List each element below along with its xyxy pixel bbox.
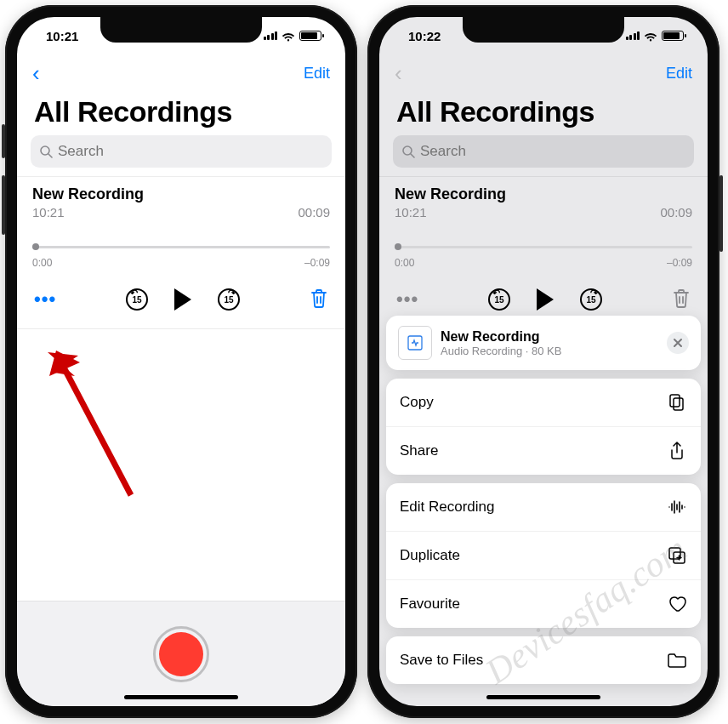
menu-edit-recording[interactable]: Edit Recording: [386, 483, 701, 531]
sheet-menu-group-2: Edit Recording Duplicate Favourite: [386, 483, 701, 628]
recording-duration: 00:09: [298, 205, 330, 219]
menu-label: Duplicate: [400, 547, 460, 564]
wifi-icon: [282, 31, 295, 41]
nav-bar: ‹ Edit: [17, 54, 345, 92]
share-icon: [667, 441, 687, 461]
menu-favourite[interactable]: Favourite: [386, 579, 701, 628]
recording-duration: 00:09: [660, 205, 692, 219]
forward-15-button[interactable]: 15↷: [217, 288, 241, 311]
page-title: All Recordings: [379, 92, 708, 135]
cellular-icon: [264, 31, 278, 40]
menu-save-to-files[interactable]: Save to Files: [386, 636, 701, 684]
recording-item: New Recording 10:21 00:09 0:00 –0:09 •••: [379, 176, 708, 325]
recording-time: 10:21: [395, 205, 427, 219]
play-button: [537, 288, 554, 311]
screen-left: 10:21 ‹ Edit All Recordings New: [17, 17, 345, 706]
menu-label: Favourite: [400, 596, 460, 613]
more-options-button: •••: [396, 288, 418, 311]
phone-frame-right: 10:22 ‹ Edit All Recordings New: [367, 5, 719, 718]
menu-share[interactable]: Share: [386, 426, 701, 475]
page-title: All Recordings: [17, 92, 345, 135]
phone-frame-left: 10:21 ‹ Edit All Recordings New: [5, 5, 357, 718]
svg-rect-9: [670, 395, 680, 407]
menu-label: Edit Recording: [400, 499, 495, 516]
back-button[interactable]: ‹: [27, 60, 45, 87]
search-icon: [39, 145, 53, 158]
svg-line-2: [63, 366, 131, 495]
screen-right: 10:22 ‹ Edit All Recordings New: [379, 17, 708, 706]
close-icon: [673, 338, 683, 348]
scrub-end: –0:09: [304, 257, 330, 269]
sheet-file-subtitle: Audio Recording · 80 KB: [441, 345, 561, 357]
recording-time: 10:21: [32, 205, 65, 219]
forward-15-button: 15↷: [579, 288, 603, 311]
status-icons: [264, 31, 322, 41]
menu-label: Copy: [400, 394, 434, 411]
rewind-15-button[interactable]: 15↶: [125, 288, 149, 311]
status-time: 10:22: [408, 29, 441, 43]
notch: [463, 17, 624, 43]
wifi-icon: [644, 31, 657, 41]
status-icons: [626, 31, 685, 41]
sheet-header-card: New Recording Audio Recording · 80 KB: [386, 316, 701, 370]
menu-label: Share: [400, 442, 438, 459]
status-time: 10:21: [46, 29, 78, 43]
battery-icon: [299, 31, 321, 41]
heart-icon: [667, 594, 687, 614]
duplicate-icon: [667, 545, 687, 566]
record-button[interactable]: [153, 626, 209, 682]
delete-button: [672, 288, 691, 311]
scrubber-knob[interactable]: [32, 243, 39, 250]
close-sheet-button[interactable]: [667, 332, 689, 354]
notch: [100, 17, 262, 43]
playback-controls: ••• 15↶ 15↷: [32, 269, 330, 325]
scrubber[interactable]: [32, 242, 330, 254]
scrub-start: 0:00: [32, 257, 52, 269]
svg-line-1: [48, 154, 52, 157]
search-icon: [401, 145, 415, 158]
copy-icon: [667, 392, 687, 413]
cellular-icon: [626, 31, 640, 40]
svg-rect-8: [674, 398, 683, 410]
svg-line-6: [411, 154, 414, 157]
nav-bar: ‹ Edit: [379, 54, 708, 92]
menu-copy[interactable]: Copy: [386, 379, 701, 426]
annotation-arrow: [37, 351, 156, 512]
more-options-button[interactable]: •••: [34, 288, 56, 311]
search-input[interactable]: [58, 143, 323, 160]
svg-marker-3: [48, 352, 78, 376]
delete-button[interactable]: [310, 288, 328, 311]
search-bar[interactable]: [31, 135, 332, 168]
edit-button[interactable]: Edit: [666, 65, 692, 83]
waveform-icon: [667, 497, 687, 517]
search-input[interactable]: [420, 143, 685, 160]
svg-marker-4: [49, 351, 80, 376]
play-button[interactable]: [174, 288, 191, 311]
folder-icon: [667, 650, 687, 670]
audio-file-icon: [398, 326, 432, 360]
recording-title: New Recording: [32, 185, 330, 203]
sheet-menu-group-1: Copy Share: [386, 379, 701, 475]
edit-button[interactable]: Edit: [304, 65, 330, 83]
battery-icon: [662, 31, 684, 41]
scrubber: [395, 242, 692, 254]
recording-title: New Recording: [395, 185, 692, 203]
scrub-start: 0:00: [395, 257, 414, 269]
home-indicator[interactable]: [486, 695, 600, 699]
search-bar[interactable]: [393, 135, 694, 168]
sheet-menu-group-3: Save to Files: [386, 636, 701, 684]
menu-label: Save to Files: [400, 652, 483, 669]
rewind-15-button: 15↶: [487, 288, 511, 311]
back-button: ‹: [390, 60, 407, 87]
menu-duplicate[interactable]: Duplicate: [386, 531, 701, 579]
home-indicator[interactable]: [124, 695, 238, 699]
scrub-end: –0:09: [667, 257, 692, 269]
recording-item[interactable]: New Recording 10:21 00:09 0:00 –0:09 •••: [17, 176, 345, 325]
share-sheet: New Recording Audio Recording · 80 KB Co…: [386, 316, 701, 699]
sheet-file-title: New Recording: [441, 329, 561, 345]
record-toolbar: [17, 601, 345, 706]
